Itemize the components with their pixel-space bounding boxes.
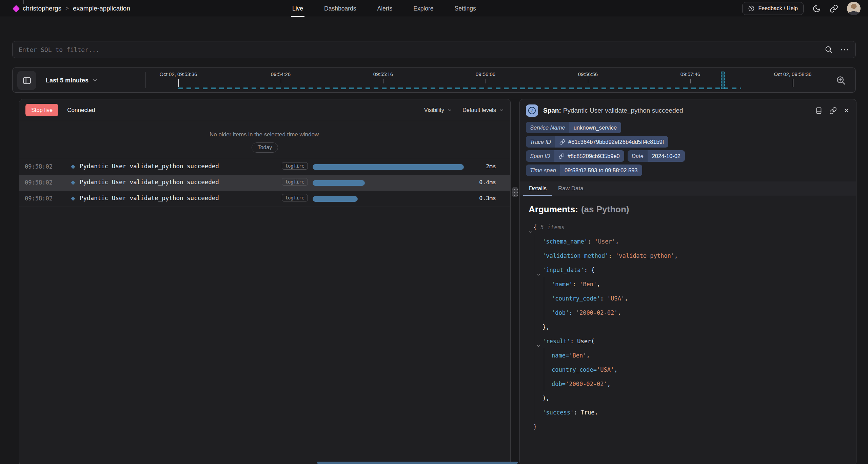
detail-tab-raw-data[interactable]: Raw Data [552,181,589,196]
indent-guide [535,405,535,420]
code-token: : [569,309,576,316]
row-message: Pydantic User validate_python succeeded [80,179,219,186]
timeline-tick-mark [793,79,793,87]
code-token: }, [542,324,549,330]
avatar[interactable] [847,2,861,15]
tab-alerts[interactable]: Alerts [376,0,394,17]
timeline-tick-label: Oct 02, 09:58:36 [774,71,812,77]
tab-live[interactable]: Live [291,0,304,17]
row-scope-tag[interactable]: logfire [282,194,308,201]
today-chip[interactable]: Today [252,142,278,153]
breadcrumb-org[interactable]: christophergs [23,5,61,12]
horizontal-scrollbar-thumb[interactable] [317,462,518,464]
code-tree: { 5 items'schema_name': 'User','validati… [529,220,847,434]
row-timestamp: 09:58:02 [25,179,53,186]
code-line: }, [529,320,847,334]
row-duration-label: 2ms [486,163,496,170]
indent-guide [535,306,535,320]
trace-id-badge[interactable]: Trace ID #81c364b79bbd92ef26b4dd5ff4c81b… [526,136,668,148]
copy-link-icon[interactable] [829,107,837,114]
link-icon [559,153,565,159]
code-line: country_code='USA', [529,363,847,377]
timeline-activity-dashes [178,88,741,89]
code-line: 'success': True, [529,405,847,420]
feedback-help-button[interactable]: Feedback / Help [742,2,804,15]
log-row[interactable]: 09:58:02◆Pydantic User validate_python s… [19,175,510,191]
code-token: dob= [552,381,566,387]
visibility-dropdown[interactable]: Visibility [424,107,452,113]
code-token: , [607,381,611,387]
arguments-heading-text: Arguments: [529,204,578,214]
code-token: : User( [570,338,595,345]
code-line: } [529,420,847,434]
live-panel-header: Stop live Connected Visibility Default l… [19,99,510,121]
row-scope-tag[interactable]: logfire [282,178,308,186]
code-token: '2000-02-02' [576,309,618,316]
indent-guide [544,348,544,363]
code-token: 'success' [542,409,574,416]
code-token: 'Ben' [579,281,597,288]
timeline-zoom-icon[interactable] [836,75,846,85]
timeline-tick-mark [281,79,281,83]
code-token: , [615,238,619,245]
stop-live-button[interactable]: Stop live [25,104,58,116]
timeline-tick-label: 09:57:46 [680,71,700,77]
search-icon[interactable] [825,45,833,54]
timeline-tick-label: Oct 02, 09:53:36 [160,71,197,77]
filter-menu-icon[interactable]: ⋯ [840,48,849,51]
indent-guide [544,277,544,291]
indent-guide [535,320,535,334]
code-token: , [625,295,628,302]
share-link-icon[interactable] [830,4,838,13]
span-title: Span:Pydantic User validate_python succe… [543,107,810,114]
detail-tab-details[interactable]: Details [523,181,552,196]
log-rows: 09:58:02◆Pydantic User validate_python s… [19,159,510,207]
tab-settings[interactable]: Settings [453,0,477,17]
time-range-dropdown[interactable]: Last 5 minutes [46,68,98,93]
row-timestamp: 09:58:02 [25,195,53,202]
sidebar-toggle-button[interactable] [17,71,36,90]
panel-resize-handle[interactable] [512,187,518,197]
code-token: '2000-02-02' [566,381,607,387]
breadcrumb-project[interactable]: example-application [73,5,130,12]
indent-guide [535,234,535,249]
code-line: 'validation_method': 'validate_python', [529,249,847,263]
timeline-activity-spike [721,72,725,89]
badge-label: Trace ID [526,136,555,148]
default-levels-dropdown[interactable]: Default levels [462,107,504,113]
nav-tabs: LiveDashboardsAlertsExploreSettings [291,0,477,17]
span-id-badge[interactable]: Span ID #8c85209cb935b9e0 [526,150,624,162]
close-icon[interactable]: ✕ [844,107,849,115]
code-token: , [674,252,678,259]
code-token: 'USA' [597,366,614,373]
theme-moon-icon[interactable] [812,4,821,13]
badge-value: unknown_service [569,122,622,133]
code-token: , [618,309,621,316]
badge-label: Time span [526,165,560,176]
reader-view-icon[interactable] [815,107,823,114]
code-token: 'result' [542,338,570,345]
log-row[interactable]: 09:58:02◆Pydantic User validate_python s… [19,159,510,175]
question-circle-icon [748,5,755,12]
badge-label: Service Name [526,122,569,133]
time-range-label: Last 5 minutes [46,77,88,84]
code-token: 'name' [552,281,572,288]
row-scope-tag[interactable]: logfire [282,162,308,170]
logfire-logo-icon[interactable] [13,5,20,12]
indent-guide [535,377,535,391]
code-token: : [608,252,615,259]
indent-guide [535,277,535,291]
row-duration-label: 0.3ms [479,195,496,201]
badge-label: Span ID [526,150,554,162]
tab-dashboards[interactable]: Dashboards [323,0,357,17]
code-token: } [533,423,537,430]
log-row[interactable]: 09:58:02◆Pydantic User validate_python s… [19,191,510,207]
chevron-down-icon [447,108,452,113]
info-diamond-icon: ◆ [71,179,75,186]
code-line: 'result': User( [529,334,847,348]
timeline-tick-mark [178,79,179,87]
empty-window-notice: No older items in the selected time wind… [19,131,510,138]
sql-filter-input[interactable] [19,46,825,53]
detail-content: Arguments:(as Python) { 5 items'schema_n… [520,196,856,434]
tab-explore[interactable]: Explore [412,0,435,17]
